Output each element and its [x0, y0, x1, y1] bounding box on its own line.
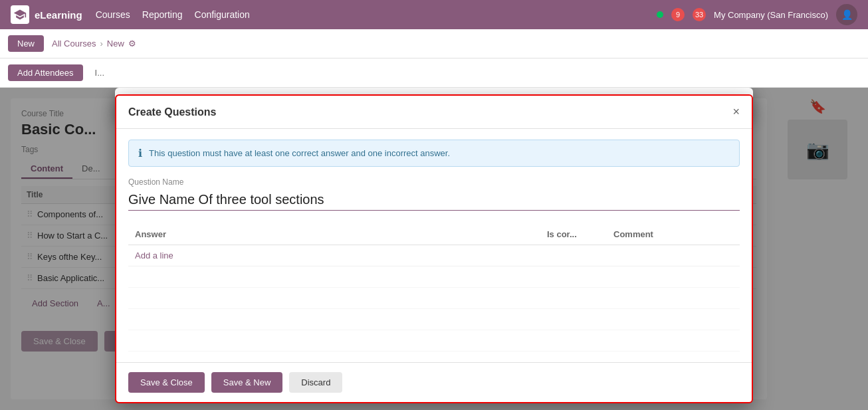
- discard-button[interactable]: Discard: [289, 372, 342, 393]
- breadcrumb-separator: ›: [100, 39, 102, 49]
- col-comment: Comment: [607, 224, 740, 245]
- info-banner: ℹ This question must have at least one c…: [128, 140, 740, 167]
- add-line-row: Add a line: [128, 245, 740, 266]
- action-tab-1[interactable]: I...: [90, 65, 110, 80]
- nav-courses[interactable]: Courses: [96, 9, 130, 20]
- question-name-input[interactable]: [128, 189, 740, 211]
- save-close-button[interactable]: Save & Close: [128, 372, 205, 393]
- breadcrumb: All Courses › New ⚙: [52, 39, 136, 49]
- user-avatar[interactable]: 👤: [836, 4, 857, 25]
- action-bar: Add Attendees I...: [0, 58, 868, 88]
- main-nav: Courses Reporting Configuration: [96, 9, 250, 20]
- app-logo[interactable]: eLearning: [11, 5, 82, 24]
- empty-row-2: [128, 288, 740, 309]
- breadcrumb-all-courses[interactable]: All Courses: [52, 39, 96, 49]
- add-line-link[interactable]: Add a line: [135, 251, 173, 260]
- sub-navigation: New All Courses › New ⚙: [0, 29, 868, 58]
- nav-reporting[interactable]: Reporting: [142, 9, 183, 20]
- info-icon: ℹ: [138, 147, 142, 159]
- notification-badge-1[interactable]: 9: [671, 8, 685, 21]
- app-name: eLearning: [35, 9, 82, 21]
- col-answer: Answer: [128, 224, 540, 245]
- breadcrumb-current[interactable]: New: [107, 39, 124, 49]
- top-navigation: eLearning Courses Reporting Configuratio…: [0, 0, 868, 29]
- info-message: This question must have at least one cor…: [149, 148, 450, 158]
- modal-questions-close-button[interactable]: ×: [732, 105, 740, 119]
- col-is-correct: Is cor...: [540, 224, 607, 245]
- company-name: My Company (San Francisco): [714, 10, 828, 20]
- save-new-button[interactable]: Save & New: [211, 372, 283, 393]
- gear-icon[interactable]: ⚙: [128, 39, 136, 49]
- modal-questions-title: Create Questions: [128, 106, 216, 118]
- question-name-label: Question Name: [128, 177, 740, 187]
- top-nav-right: 9 33 My Company (San Francisco) 👤: [657, 4, 857, 25]
- new-button[interactable]: New: [8, 35, 44, 52]
- create-questions-modal: Create Questions × ℹ This question must …: [115, 94, 753, 403]
- add-attendees-button[interactable]: Add Attendees: [8, 64, 83, 81]
- empty-row-1: [128, 266, 740, 288]
- answers-table: Answer Is cor... Comment Add a line: [128, 224, 740, 352]
- status-indicator: [657, 11, 663, 18]
- main-area: Course Title Basic Co... Tags Content De…: [0, 88, 868, 410]
- modal-questions-body: ℹ This question must have at least one c…: [116, 129, 752, 362]
- modal-questions-footer: Save & Close Save & New Discard: [116, 362, 752, 402]
- nav-configuration[interactable]: Configuration: [195, 9, 250, 20]
- empty-row-3: [128, 309, 740, 330]
- empty-row-4: [128, 330, 740, 352]
- notification-badge-2[interactable]: 33: [693, 8, 706, 21]
- modal-questions-header: Create Questions ×: [116, 96, 752, 129]
- action-tabs: I...: [90, 65, 110, 80]
- logo-icon: [11, 5, 29, 24]
